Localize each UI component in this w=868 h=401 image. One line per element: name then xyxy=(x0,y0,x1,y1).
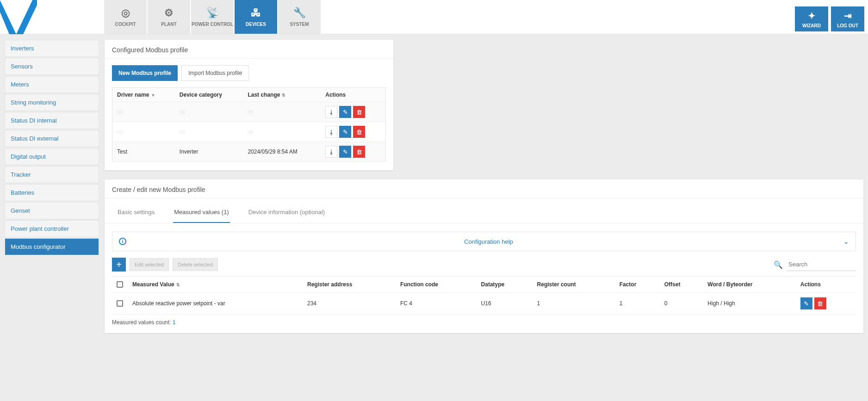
sort-desc-icon: ▼ xyxy=(151,93,155,98)
plant-icon: ⚙ xyxy=(164,7,174,19)
nav-label: DEVICES xyxy=(246,22,266,27)
edit-button[interactable]: ✎ xyxy=(339,106,351,118)
trash-icon: 🗑 xyxy=(356,109,362,116)
cell-register-address: 234 xyxy=(303,293,396,315)
add-measured-value-button[interactable]: + xyxy=(112,258,126,271)
sidebar-item-batteries[interactable]: Batteries xyxy=(5,184,99,201)
nav-label: PLANT xyxy=(161,22,176,27)
delete-button[interactable]: 🗑 xyxy=(353,126,365,138)
col-function-code[interactable]: Function code xyxy=(396,277,477,293)
sidebar-item-string-monitoring[interactable]: String monitoring xyxy=(5,94,99,111)
edit-selected-button[interactable]: Edit selected xyxy=(130,258,169,271)
sidebar-item-meters[interactable]: Meters xyxy=(5,76,99,93)
pencil-icon: ✎ xyxy=(343,129,348,136)
main-content: Configured Modbus profile New Modbus pro… xyxy=(105,40,868,342)
col-offset[interactable]: Offset xyxy=(660,277,703,293)
delete-row-button[interactable]: 🗑 xyxy=(814,297,826,309)
download-button[interactable]: ⭳ xyxy=(325,106,337,118)
cell-word-byteorder: High / High xyxy=(703,293,796,315)
chevron-down-icon: ⌄ xyxy=(843,238,849,245)
search-icon: 🔍 xyxy=(774,260,783,269)
cell-category: — xyxy=(180,129,185,135)
delete-button[interactable]: 🗑 xyxy=(353,146,365,158)
sidebar-item-tracker[interactable]: Tracker xyxy=(5,166,99,183)
tab-device-information[interactable]: Device information (optional) xyxy=(248,204,326,223)
sort-icon: ⇅ xyxy=(282,93,285,98)
cell-datatype: U16 xyxy=(477,293,533,315)
sidebar-item-sensors[interactable]: Sensors xyxy=(5,58,99,75)
wand-icon: ✦ xyxy=(808,10,816,21)
cell-driver-name: — xyxy=(117,129,123,135)
sidebar-item-digital-output[interactable]: Digital output xyxy=(5,148,99,165)
cell-last-change: — xyxy=(248,109,253,115)
tabs: Basic settings Measured values (1) Devic… xyxy=(105,198,863,223)
nav-devices[interactable]: 🖧 DEVICES xyxy=(235,0,277,34)
top-nav: ◎ COCKPIT ⚙ PLANT 📡 POWER CONTROL 🖧 DEVI… xyxy=(104,0,322,34)
sidebar-item-status-di-internal[interactable]: Status DI internal xyxy=(5,112,99,129)
search-input[interactable] xyxy=(787,258,856,271)
select-all-checkbox[interactable] xyxy=(117,281,123,288)
logo xyxy=(0,0,37,34)
wizard-button[interactable]: ✦ WIZARD xyxy=(795,6,828,31)
logout-icon: ⇥ xyxy=(844,10,852,21)
col-word-byteorder[interactable]: Word / Byteorder xyxy=(703,277,796,293)
sidebar-item-modbus-configurator[interactable]: Modbus configurator xyxy=(5,238,99,255)
col-actions: Actions xyxy=(321,88,385,102)
wrench-icon: 🔧 xyxy=(293,7,306,19)
nav-power-control[interactable]: 📡 POWER CONTROL xyxy=(191,0,234,34)
cell-last-change: — xyxy=(248,129,253,135)
nav-plant[interactable]: ⚙ PLANT xyxy=(148,0,190,34)
col-last-change[interactable]: Last change⇅ xyxy=(243,88,321,102)
sidebar: Inverters Sensors Meters String monitori… xyxy=(5,40,99,256)
wizard-label: WIZARD xyxy=(802,23,821,28)
sidebar-item-power-plant-controller[interactable]: Power plant controller xyxy=(5,220,99,237)
delete-button[interactable]: 🗑 xyxy=(353,106,365,118)
config-help-label: Configuration help xyxy=(134,238,843,245)
plus-icon: + xyxy=(116,259,122,270)
configuration-help-toggle[interactable]: i Configuration help ⌄ xyxy=(112,232,856,251)
panel2-title: Create / edit new Modbus profile xyxy=(105,179,863,198)
download-button[interactable]: ⭳ xyxy=(325,126,337,138)
col-device-category[interactable]: Device category xyxy=(175,88,243,102)
col-datatype[interactable]: Datatype xyxy=(477,277,533,293)
tab-measured-values[interactable]: Measured values (1) xyxy=(173,204,230,223)
measured-values-count: Measured values count: 1 xyxy=(105,315,863,333)
col-actions: Actions xyxy=(796,277,856,293)
edit-button[interactable]: ✎ xyxy=(339,126,351,138)
top-right: ✦ WIZARD ⇥ LOG OUT xyxy=(795,6,868,31)
edit-button[interactable]: ✎ xyxy=(339,146,351,158)
sidebar-item-status-di-external[interactable]: Status DI external xyxy=(5,130,99,147)
create-edit-profile-panel: Create / edit new Modbus profile Basic s… xyxy=(105,179,863,333)
col-driver-name[interactable]: Driver name▼ xyxy=(112,88,175,102)
sidebar-item-inverters[interactable]: Inverters xyxy=(5,40,99,57)
pencil-icon: ✎ xyxy=(804,300,809,307)
import-modbus-profile-button[interactable]: Import Modbus profile xyxy=(181,65,249,81)
cell-driver-name: — xyxy=(117,109,123,115)
devices-icon: 🖧 xyxy=(251,7,261,19)
pencil-icon: ✎ xyxy=(343,148,348,155)
edit-row-button[interactable]: ✎ xyxy=(800,297,812,309)
download-icon: ⭳ xyxy=(329,109,335,116)
col-measured-value[interactable]: Measured Value⇅ xyxy=(128,277,303,293)
measured-values-toolbar: + Edit selected Delete selected 🔍 xyxy=(105,251,863,276)
delete-selected-button[interactable]: Delete selected xyxy=(173,258,218,271)
cell-register-count: 1 xyxy=(533,293,615,315)
sidebar-item-genset[interactable]: Genset xyxy=(5,202,99,219)
tab-basic-settings[interactable]: Basic settings xyxy=(117,204,155,223)
nav-cockpit[interactable]: ◎ COCKPIT xyxy=(104,0,147,34)
cell-category: — xyxy=(180,109,185,115)
cell-offset: 0 xyxy=(660,293,703,315)
cell-last-change: 2024/05/29 8:54 AM xyxy=(243,142,321,162)
nav-system[interactable]: 🔧 SYSTEM xyxy=(278,0,321,34)
col-register-count[interactable]: Register count xyxy=(533,277,615,293)
measured-values-table: Measured Value⇅ Register address Functio… xyxy=(112,276,856,315)
cell-category: Inverter xyxy=(175,142,243,162)
table-row: — — — ⭳ ✎ 🗑 xyxy=(112,122,386,142)
row-checkbox[interactable] xyxy=(117,300,123,307)
col-register-address[interactable]: Register address xyxy=(303,277,396,293)
col-factor[interactable]: Factor xyxy=(615,277,660,293)
configured-profile-panel: Configured Modbus profile New Modbus pro… xyxy=(105,40,393,170)
logout-button[interactable]: ⇥ LOG OUT xyxy=(831,6,864,31)
download-button[interactable]: ⭳ xyxy=(325,146,337,158)
new-modbus-profile-button[interactable]: New Modbus profile xyxy=(112,65,178,81)
